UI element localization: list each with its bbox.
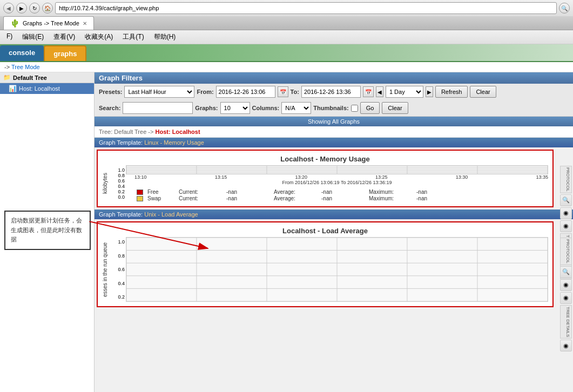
browser-nav: ◀ ▶ ↻ 🏠 🔍 — [0, 0, 573, 16]
graph1-legend-row-2: Swap Current: -nan Average: -nan Maximum… — [137, 195, 548, 201]
graph2-template-label: Graph Template: — [99, 211, 143, 218]
graph1-container: Localhost - Memory Usage kilobytes 1.0 0… — [97, 150, 554, 207]
clear-button-2[interactable]: Clear — [382, 102, 408, 114]
refresh-nav-button[interactable]: ↻ — [29, 3, 40, 13]
graphs-label: Graphs: — [195, 105, 218, 111]
graph2-template-header: Graph Template: Unix - Load Average — [95, 209, 573, 219]
graph1-y-tick-6: 0.0 — [112, 194, 125, 200]
graph2-grid-svg — [126, 238, 548, 301]
graph1-template-label: Graph Template: — [99, 139, 143, 146]
graph1-plot — [126, 165, 548, 174]
graph1-y-tick-3: 0.6 — [112, 178, 125, 184]
graph1-legend-avg-label-swap: Average: — [274, 195, 317, 201]
tab-bar: 🌵 Graphs -> Tree Mode ✕ — [0, 16, 573, 30]
menu-favorites[interactable]: 收藏夹(A) — [80, 31, 117, 43]
menu-tools[interactable]: 工具(T) — [118, 31, 148, 43]
from-calendar-button[interactable]: 📅 — [278, 86, 288, 97]
tab-graphs-label: graphs — [53, 50, 77, 58]
breadcrumb-tree-mode-link[interactable]: Tree Mode — [11, 64, 40, 70]
graph1-legend-max-label-free: Maximum: — [369, 189, 412, 195]
filter-row-1: Presets: Last Half Hour From: 📅 To: 📅 ◀ … — [95, 84, 573, 100]
to-calendar-button[interactable]: 📅 — [363, 86, 374, 97]
graph2-y-tick-1: 1.0 — [112, 239, 125, 245]
breadcrumb-arrow: -> — [4, 64, 10, 70]
go-button[interactable]: Go — [360, 102, 380, 114]
tab-close-button[interactable]: ✕ — [83, 21, 87, 26]
graph1-grid-svg — [126, 166, 548, 174]
annotation-text: 启动数据更新计划任务，会生成图表，但是此时没有数据 — [11, 217, 82, 242]
thumbnails-label: Thumbnails: — [313, 105, 348, 111]
search-nav-button[interactable]: 🔍 — [559, 3, 570, 13]
refresh-button[interactable]: Refresh — [435, 86, 468, 98]
graph-filters: Graph Filters Presets: Last Half Hour Fr… — [95, 72, 573, 117]
to-input[interactable] — [301, 86, 361, 98]
graph2-zoom-button[interactable]: 🔍 — [560, 266, 572, 278]
filter-row-2: Search: Graphs: 10 Columns: N/A Thumbnai… — [95, 100, 573, 116]
graph1-x-tick-3: 13:20 — [295, 174, 307, 180]
graph1-x-tick-4: 13:25 — [375, 174, 388, 180]
columns-select[interactable]: N/A — [281, 102, 311, 114]
graph1-icon-btn-2[interactable]: ◉ — [560, 207, 572, 219]
menu-help[interactable]: 帮助(H) — [150, 31, 180, 43]
graph1-title: Localhost - Memory Usage — [102, 155, 548, 163]
address-bar[interactable] — [55, 2, 557, 14]
tree-path: Tree: Default Tree -> Host: Localhost — [95, 126, 573, 138]
graph1-y-ticks: 1.0 0.8 0.6 0.4 0.2 0.0 — [111, 165, 126, 202]
graph2-icon-btn-4[interactable]: ◉ — [560, 340, 572, 352]
graph1-legend-current-label-free: Current: — [179, 189, 222, 195]
graph2-icon-btn-2[interactable]: ◉ — [560, 279, 572, 291]
graph1-legend-avg-label-free: Average: — [274, 189, 317, 195]
graph1-plot-wrapper: 13:10 13:15 13:20 13:25 13:30 13:35 From… — [126, 165, 548, 202]
sidebar-item-host-localhost[interactable]: 📊 Host: Localhost — [0, 83, 94, 94]
filter-header: Graph Filters — [95, 72, 573, 84]
presets-label: Presets: — [99, 89, 122, 95]
presets-select[interactable]: Last Half Hour — [124, 86, 194, 98]
graph1-x-tick-5: 13:30 — [456, 174, 468, 180]
period-nav-right[interactable]: ▶ — [426, 86, 433, 97]
thumbnails-checkbox[interactable] — [351, 105, 358, 112]
graph2-plot — [126, 237, 548, 302]
from-input[interactable] — [216, 86, 275, 98]
menu-file[interactable]: F) — [2, 31, 17, 43]
back-button[interactable]: ◀ — [3, 3, 14, 13]
tab-console-label: console — [9, 49, 35, 57]
period-select[interactable]: 1 Day — [386, 86, 423, 98]
tree-path-tree-label: Tree: — [99, 129, 112, 135]
search-input[interactable] — [123, 102, 193, 114]
graph2-y-tick-2: 0.8 — [112, 253, 125, 259]
search-label: Search: — [99, 105, 120, 111]
showing-bar-text: Showing All Graphs — [308, 118, 360, 125]
host-icon: 📊 — [9, 85, 17, 92]
graph2-side-icons: PROTOCOL 🔍 ◉ ◉ TREE DETAILS ◉ — [560, 238, 572, 352]
graph2-y-label: esses in the run queue — [102, 237, 111, 302]
graph2-template-name: Unix - Load Average — [144, 211, 198, 218]
browser-tab[interactable]: 🌵 Graphs -> Tree Mode ✕ — [3, 16, 94, 30]
tab-graphs[interactable]: graphs — [44, 45, 86, 61]
graph2-wrapper: Localhost - Load Average esses in the ru… — [95, 221, 573, 307]
graphs-select[interactable]: 10 — [220, 102, 250, 114]
annotation-box: 启动数据更新计划任务，会生成图表，但是此时没有数据 — [4, 211, 91, 250]
tab-console[interactable]: console — [0, 45, 44, 61]
home-button[interactable]: 🏠 — [42, 3, 53, 13]
menu-view[interactable]: 查看(V) — [49, 31, 79, 43]
graph1-x-tick-1: 13:10 — [134, 174, 147, 180]
graph1-legend-current-val-swap: -nan — [226, 195, 269, 201]
graph1-legend-color-free — [137, 190, 143, 195]
graph1-legend-max-label-swap: Maximum: — [369, 195, 412, 201]
graph1-y-tick-2: 0.8 — [112, 173, 125, 178]
period-nav-left[interactable]: ◀ — [376, 86, 383, 97]
menu-bar: F) 编辑(E) 查看(V) 收藏夹(A) 工具(T) 帮助(H) — [0, 30, 573, 44]
menu-edit[interactable]: 编辑(E) — [18, 31, 48, 43]
browser-chrome: ◀ ▶ ↻ 🏠 🔍 🌵 Graphs -> Tree Mode ✕ — [0, 0, 573, 30]
graph1-legend-name-free: Free — [147, 189, 174, 195]
graph2-y-tick-5: 0.2 — [112, 294, 125, 300]
sidebar-host-label: Host: Localhost — [19, 85, 60, 92]
tab-title: Graphs -> Tree Mode — [23, 20, 79, 26]
graph1-zoom-button[interactable]: 🔍 — [560, 194, 572, 206]
forward-button[interactable]: ▶ — [16, 3, 27, 13]
graph2-icon-btn-3[interactable]: ◉ — [560, 292, 572, 304]
graph1-legend: Free Current: -nan Average: -nan Maximum… — [126, 186, 548, 202]
clear-button-1[interactable]: Clear — [470, 86, 496, 98]
graph1-template-name: Linux - Memory Usage — [144, 139, 204, 146]
graph1-area: kilobytes 1.0 0.8 0.6 0.4 0.2 0.0 — [102, 165, 548, 202]
